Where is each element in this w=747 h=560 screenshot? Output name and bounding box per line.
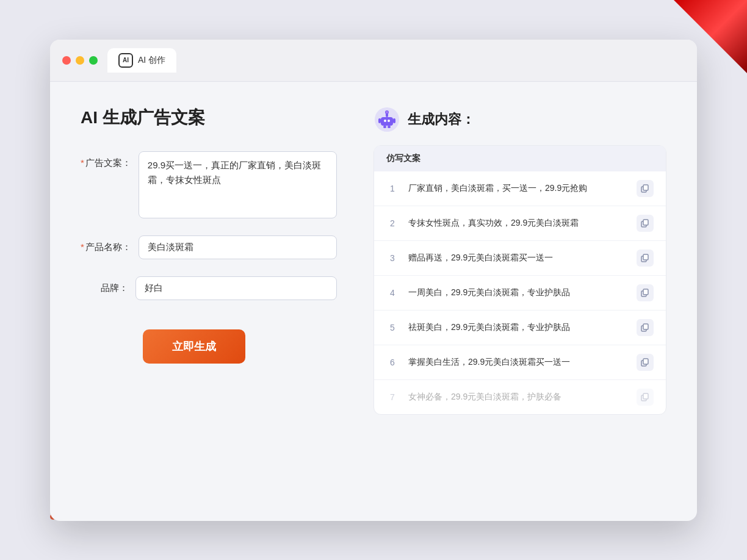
copy-button[interactable]: [637, 180, 654, 197]
svg-rect-8: [383, 126, 386, 128]
ad-copy-label: *广告文案：: [81, 151, 139, 169]
product-name-input[interactable]: [139, 235, 337, 259]
svg-rect-6: [378, 118, 381, 123]
svg-rect-12: [643, 185, 648, 190]
row-number: 3: [386, 253, 399, 263]
svg-rect-22: [643, 359, 648, 364]
svg-rect-1: [381, 117, 393, 126]
left-panel: AI 生成广告文案 *广告文案： *产品名称： 品牌：: [81, 106, 337, 497]
copy-button[interactable]: [637, 389, 654, 406]
robot-icon: [374, 106, 400, 133]
svg-rect-20: [643, 324, 648, 329]
svg-rect-2: [384, 120, 386, 122]
svg-rect-9: [388, 126, 391, 128]
row-number: 5: [386, 323, 399, 332]
svg-rect-16: [643, 254, 648, 260]
row-text: 掌握美白生活，29.9元美白淡斑霜买一送一: [408, 356, 627, 368]
row-number: 2: [386, 218, 399, 228]
ad-copy-input[interactable]: [139, 151, 337, 218]
result-row: 1厂家直销，美白淡斑霜，买一送一，29.9元抢购: [374, 171, 666, 206]
result-row: 6掌握美白生活，29.9元美白淡斑霜买一送一: [374, 345, 666, 380]
row-text: 赠品再送，29.9元美白淡斑霜买一送一: [408, 251, 627, 264]
row-number: 1: [386, 184, 399, 193]
product-name-field-group: *产品名称：: [81, 235, 337, 259]
svg-rect-14: [643, 220, 648, 225]
ad-copy-field-group: *广告文案：: [81, 151, 337, 218]
row-text: 女神必备，29.9元美白淡斑霜，护肤必备: [408, 390, 627, 403]
brand-field-group: 品牌：: [81, 276, 337, 300]
row-text: 一周美白，29.9元美白淡斑霜，专业护肤品: [408, 286, 627, 299]
product-name-label: *产品名称：: [81, 235, 139, 253]
svg-rect-3: [388, 120, 390, 122]
maximize-button[interactable]: [89, 56, 98, 65]
traffic-lights: [62, 56, 98, 65]
row-number: 6: [386, 357, 399, 367]
tab-ai-create[interactable]: AI AI 创作: [107, 48, 176, 73]
result-row: 5祛斑美白，29.9元美白淡斑霜，专业护肤品: [374, 311, 666, 345]
row-text: 祛斑美白，29.9元美白淡斑霜，专业护肤品: [408, 321, 627, 334]
result-header: 生成内容：: [374, 106, 666, 133]
copy-button[interactable]: [637, 319, 654, 336]
minimize-button[interactable]: [76, 56, 84, 65]
copy-button[interactable]: [637, 215, 654, 232]
right-panel: 生成内容： 仿写文案 1厂家直销，美白淡斑霜，买一送一，29.9元抢购2专抹女性…: [374, 106, 666, 497]
result-row: 7女神必备，29.9元美白淡斑霜，护肤必备: [374, 380, 666, 414]
tab-label: AI 创作: [138, 55, 165, 66]
result-row: 3赠品再送，29.9元美白淡斑霜买一送一: [374, 241, 666, 276]
result-rows-container: 1厂家直销，美白淡斑霜，买一送一，29.9元抢购2专抹女性斑点，真实功效，29.…: [374, 171, 666, 414]
copy-button[interactable]: [637, 284, 654, 301]
brand-label: 品牌：: [81, 276, 135, 294]
required-star-2: *: [81, 242, 84, 252]
required-star: *: [81, 157, 84, 168]
browser-content: AI 生成广告文案 *广告文案： *产品名称： 品牌：: [50, 82, 697, 521]
browser-titlebar: AI AI 创作: [50, 40, 697, 82]
brand-input[interactable]: [135, 276, 337, 300]
close-button[interactable]: [62, 56, 71, 65]
browser-window: AI AI 创作 AI 生成广告文案 *广告文案： *产品名称：: [50, 40, 697, 521]
result-table-header: 仿写文案: [374, 146, 666, 171]
svg-rect-24: [643, 393, 648, 399]
copy-button[interactable]: [637, 354, 654, 371]
svg-rect-18: [643, 289, 648, 295]
result-table: 仿写文案 1厂家直销，美白淡斑霜，买一送一，29.9元抢购2专抹女性斑点，真实功…: [374, 145, 666, 415]
svg-point-10: [386, 111, 388, 113]
result-row: 4一周美白，29.9元美白淡斑霜，专业护肤品: [374, 276, 666, 311]
generate-button[interactable]: 立即生成: [143, 329, 245, 364]
page-title: AI 生成广告文案: [81, 106, 337, 129]
row-text: 专抹女性斑点，真实功效，29.9元美白淡斑霜: [408, 217, 627, 229]
result-row: 2专抹女性斑点，真实功效，29.9元美白淡斑霜: [374, 206, 666, 241]
svg-rect-7: [393, 118, 395, 123]
result-title: 生成内容：: [408, 110, 475, 129]
ai-icon: AI: [118, 53, 133, 68]
row-number: 7: [386, 392, 399, 402]
copy-button[interactable]: [637, 249, 654, 267]
row-number: 4: [386, 288, 399, 298]
row-text: 厂家直销，美白淡斑霜，买一送一，29.9元抢购: [408, 182, 627, 195]
